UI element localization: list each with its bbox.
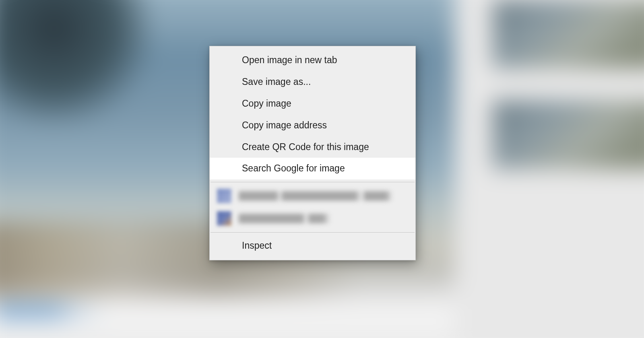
menu-item-copy-image[interactable]: Copy image bbox=[210, 93, 415, 115]
extension-icon bbox=[217, 189, 231, 203]
menu-item-search-google-for-image[interactable]: Search Google for image bbox=[210, 158, 415, 179]
menu-item-label: Open image in new tab bbox=[242, 55, 337, 65]
menu-separator bbox=[211, 232, 415, 233]
menu-item-copy-image-address[interactable]: Copy image address bbox=[210, 115, 415, 136]
background-link-blur bbox=[0, 301, 184, 320]
menu-separator bbox=[211, 182, 415, 182]
menu-item-open-image-new-tab[interactable]: Open image in new tab bbox=[210, 49, 415, 71]
menu-item-extension-2[interactable] bbox=[210, 207, 415, 230]
extension-label-blurred bbox=[239, 191, 410, 201]
menu-item-save-image-as[interactable]: Save image as... bbox=[210, 71, 415, 93]
background-sidebar-thumbnails bbox=[455, 0, 644, 338]
context-menu: Open image in new tab Save image as... C… bbox=[209, 46, 416, 260]
extension-label-blurred bbox=[239, 214, 370, 223]
menu-item-label: Create QR Code for this image bbox=[242, 142, 369, 152]
menu-item-label: Copy image bbox=[242, 98, 291, 109]
menu-item-label: Search Google for image bbox=[242, 163, 345, 173]
menu-item-create-qr-code[interactable]: Create QR Code for this image bbox=[210, 136, 415, 158]
menu-item-label: Copy image address bbox=[242, 120, 327, 130]
menu-item-inspect[interactable]: Inspect bbox=[210, 235, 415, 257]
menu-item-label: Inspect bbox=[242, 240, 272, 251]
extension-icon bbox=[217, 211, 231, 226]
menu-item-extension-1[interactable] bbox=[210, 185, 415, 207]
menu-item-label: Save image as... bbox=[242, 76, 311, 87]
